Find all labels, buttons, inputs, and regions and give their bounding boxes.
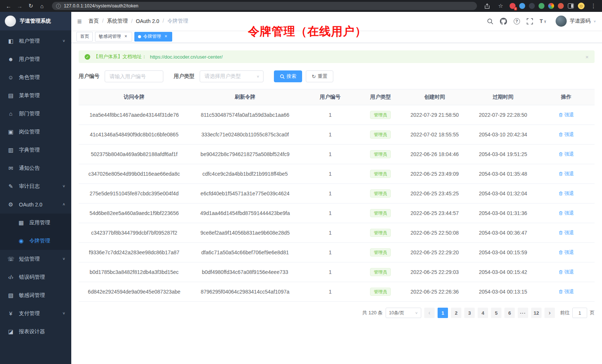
force-logout-button[interactable]: 强退 xyxy=(559,151,574,158)
goto-page-input[interactable] xyxy=(572,308,587,318)
share-icon[interactable] xyxy=(482,3,492,9)
action-cell: 强退 xyxy=(538,125,595,145)
sidebar-item[interactable]: ☏ 短信管理 ∨ xyxy=(0,250,71,268)
sidebar-item[interactable]: ‹/› 错误码管理 xyxy=(0,268,71,286)
user-type-cell: 管理员 xyxy=(360,164,401,184)
fullscreen-icon[interactable] xyxy=(527,18,533,24)
sidebar-item-label: 敏感词管理 xyxy=(19,292,45,299)
force-logout-button[interactable]: 强退 xyxy=(559,269,574,275)
sidebar-item[interactable]: ☻ 用户管理 xyxy=(0,50,71,68)
sidebar-item-label: 通知公告 xyxy=(19,165,40,172)
browser-profile-avatar[interactable]: ☺ xyxy=(578,3,585,9)
extension-icon[interactable] xyxy=(519,3,525,9)
user-id-cell: 1 xyxy=(301,184,360,203)
sidebar-item[interactable]: ◪ 报表设计器 xyxy=(0,322,71,341)
page-button[interactable]: 6 xyxy=(504,308,515,318)
user-id-input[interactable] xyxy=(105,70,163,82)
caret-down-icon: ∨ xyxy=(256,75,259,78)
force-logout-button[interactable]: 强退 xyxy=(559,210,574,216)
app-logo-row[interactable]: 芋道管理系统 xyxy=(0,12,71,30)
side-panel-icon[interactable] xyxy=(568,3,574,9)
reset-button[interactable]: ↻ 重置 xyxy=(306,70,333,82)
bookmark-star-icon[interactable]: ☆ xyxy=(496,3,506,9)
close-icon[interactable]: × xyxy=(163,34,169,39)
user-menu[interactable]: 芋道源码 ∨ xyxy=(556,16,596,27)
extension-icon[interactable]: 0 xyxy=(510,3,516,9)
user-type-tag: 管理员 xyxy=(370,288,391,296)
sidebar-item[interactable]: ✉ 通知公告 xyxy=(0,159,71,177)
alert-link[interactable]: https://doc.iocoder.cn/user-center/ xyxy=(150,54,223,60)
extension-icon[interactable] xyxy=(558,3,564,9)
sidebar-item[interactable]: ⌂ 部门管理 xyxy=(0,105,71,123)
page-button[interactable]: 5 xyxy=(491,308,501,318)
page-button[interactable]: 2 xyxy=(451,308,461,318)
page-size-select[interactable]: 10条/页 ∨ xyxy=(386,308,421,318)
goto-suffix: 页 xyxy=(590,310,595,316)
site-info-icon[interactable]: i xyxy=(56,4,61,9)
alert-close-icon[interactable]: × xyxy=(585,54,589,60)
screen: ← → ↻ ⌂ i 127.0.0.1:1024/system/oauth2/t… xyxy=(0,0,602,364)
oauth-icon: ⚙ xyxy=(7,201,14,208)
force-logout-button[interactable]: 强退 xyxy=(559,131,574,138)
sidebar-item-label: 用户管理 xyxy=(19,56,40,63)
sidebar-item-label: 令牌管理 xyxy=(29,238,50,244)
sidebar-item[interactable]: ◧ 租户管理 ∨ xyxy=(0,32,71,50)
force-logout-button[interactable]: 强退 xyxy=(559,288,574,295)
page-button[interactable]: 1 xyxy=(438,308,448,318)
address-bar[interactable]: i 127.0.0.1:1024/system/oauth2/token xyxy=(52,2,477,10)
home-icon[interactable]: ⌂ xyxy=(37,3,47,9)
forward-icon[interactable]: → xyxy=(15,3,24,9)
force-logout-button[interactable]: 强退 xyxy=(559,112,574,118)
extension-icon[interactable] xyxy=(539,3,544,9)
breadcrumb-item[interactable]: 首页 xyxy=(88,18,99,24)
github-icon[interactable] xyxy=(500,18,507,25)
url-text: 127.0.0.1:1024/system/oauth2/token xyxy=(64,3,138,9)
extension-icon[interactable] xyxy=(529,3,535,9)
back-icon[interactable]: ← xyxy=(4,3,13,9)
search-icon[interactable] xyxy=(487,18,493,24)
audit-icon: ✎ xyxy=(7,183,14,190)
extension-icon[interactable] xyxy=(548,3,554,9)
sidebar-item[interactable]: ¥ 支付管理 ∨ xyxy=(0,304,71,322)
close-icon[interactable]: × xyxy=(123,34,128,39)
search-button[interactable]: 搜索 xyxy=(274,70,302,82)
browser-menu-icon[interactable]: ⋮ xyxy=(589,3,598,9)
delete-icon xyxy=(559,132,563,137)
docs-question-icon[interactable]: ? xyxy=(514,18,520,24)
page-button[interactable]: 12 xyxy=(531,308,542,318)
search-icon xyxy=(280,74,285,79)
sidebar-item[interactable]: ⚙ OAuth 2.0 ∧ xyxy=(0,195,71,214)
force-logout-button[interactable]: 强退 xyxy=(559,249,574,256)
reload-icon[interactable]: ↻ xyxy=(26,3,36,9)
tab[interactable]: 首页 xyxy=(76,32,93,42)
user-id-cell: 1 xyxy=(301,243,360,262)
user-type-select[interactable]: 请选择用户类型 ∨ xyxy=(200,70,264,82)
breadcrumb-item[interactable]: 系统管理 xyxy=(99,18,128,24)
force-logout-button[interactable]: 强退 xyxy=(559,190,574,197)
table-row: 1ea5e44f8bc1467aaede43144f31de76 811c530… xyxy=(79,105,595,125)
sidebar-item[interactable]: ▧ 敏感词管理 xyxy=(0,286,71,304)
sidebar-item[interactable]: ▣ 岗位管理 xyxy=(0,123,71,141)
sidebar-item[interactable]: ▦ 应用管理 xyxy=(0,214,71,232)
tab[interactable]: 敏感词管理 × xyxy=(95,32,132,42)
breadcrumb-item[interactable]: 令牌管理 xyxy=(159,18,188,24)
sidebar-toggle-icon[interactable]: ≡ xyxy=(77,17,82,25)
next-page-button[interactable]: › xyxy=(544,308,555,318)
breadcrumb-item[interactable]: OAuth 2.0 xyxy=(128,18,159,24)
force-logout-button[interactable]: 强退 xyxy=(559,229,574,236)
prev-page-button[interactable]: ‹ xyxy=(424,308,435,318)
report-icon: ◪ xyxy=(7,328,14,335)
force-logout-button[interactable]: 强退 xyxy=(559,171,574,177)
page-button[interactable]: ··· xyxy=(518,308,528,318)
app-layout: 芋道管理系统 ◧ 租户管理 ∨ ☻ 用户管理 xyxy=(0,12,602,364)
font-size-icon[interactable]: TT xyxy=(540,18,547,24)
sidebar-menu: ◧ 租户管理 ∨ ☻ 用户管理 ☺ 角色管理 xyxy=(0,30,71,364)
sidebar-item[interactable]: ▥ 字典管理 xyxy=(0,141,71,159)
sidebar-item[interactable]: ◉ 令牌管理 xyxy=(0,232,71,250)
sidebar-item[interactable]: ✎ 审计日志 ∨ xyxy=(0,177,71,195)
tab[interactable]: 令牌管理 × xyxy=(134,32,172,42)
page-button[interactable]: 4 xyxy=(478,308,488,318)
page-button[interactable]: 3 xyxy=(464,308,475,318)
sidebar-item[interactable]: ☺ 角色管理 xyxy=(0,68,71,86)
sidebar-item[interactable]: ▤ 菜单管理 xyxy=(0,86,71,105)
